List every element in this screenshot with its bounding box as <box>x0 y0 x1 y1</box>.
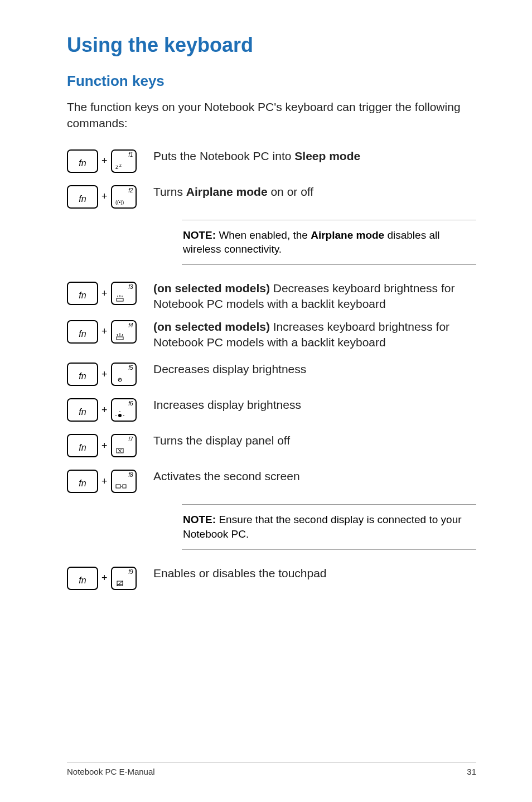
key-f5-label: f5 <box>128 365 133 371</box>
row-f9: fn + f9 Enables or disables the touchpad <box>67 566 476 590</box>
brightness-down-icon <box>115 375 124 383</box>
desc-f3: (on selected models) Decreases keyboard … <box>153 281 476 312</box>
desc-f4: (on selected models) Increases keyboard … <box>153 319 476 351</box>
desc-f6: Increases display brightness <box>153 397 476 413</box>
desc-f2: Turns Airplane mode on or off <box>153 184 476 200</box>
svg-text:z: z <box>115 163 119 170</box>
desc-f1-pre: Puts the Notebook PC into <box>153 149 294 162</box>
key-fn: fn <box>67 320 98 344</box>
key-f5: f5 <box>111 363 137 386</box>
brightness-up-icon <box>115 411 124 419</box>
keycombo-f2: fn + f2 ((•)) <box>67 184 153 209</box>
row-f7: fn + f7 Turns the display panel off <box>67 433 476 457</box>
keycombo-f7: fn + f7 <box>67 433 153 457</box>
row-f8: fn + f8 Activates the second screen <box>67 468 476 493</box>
svg-rect-7 <box>117 337 123 340</box>
note-second-screen: NOTE: Ensure that the second display is … <box>182 504 476 549</box>
keycombo-f1: fn + f1 zz <box>67 148 153 173</box>
keycombo-f3: fn + f3 <box>67 281 153 305</box>
key-f8: f8 <box>111 470 137 493</box>
svg-rect-3 <box>117 298 123 301</box>
intro-text: The function keys on your Notebook PC's … <box>67 99 476 132</box>
plus-icon: + <box>100 476 109 487</box>
svg-rect-23 <box>123 485 126 488</box>
desc-f9: Enables or disables the touchpad <box>153 566 476 581</box>
plus-icon: + <box>100 191 109 202</box>
key-f7-label: f7 <box>128 436 133 442</box>
key-fn: fn <box>67 363 98 386</box>
key-f2: f2 ((•)) <box>111 185 137 209</box>
key-fn: fn <box>67 149 98 173</box>
footer-page-number: 31 <box>467 767 476 776</box>
key-fn: fn <box>67 434 98 457</box>
key-fn: fn <box>67 282 98 305</box>
plus-icon: + <box>100 326 109 337</box>
plus-icon: + <box>100 404 109 416</box>
note-airplane: NOTE: When enabled, the Airplane mode di… <box>182 220 476 265</box>
page-footer: Notebook PC E-Manual 31 <box>67 762 476 776</box>
key-f6-label: f6 <box>128 400 133 407</box>
key-f1: f1 zz <box>111 149 137 173</box>
key-f9-label: f9 <box>128 569 133 575</box>
key-fn: fn <box>67 185 98 209</box>
key-fn: fn <box>67 567 98 590</box>
svg-point-13 <box>118 414 122 417</box>
plus-icon: + <box>100 155 109 167</box>
svg-line-8 <box>117 334 118 336</box>
row-f4: fn + f4 (on selected models) Increases k… <box>67 319 476 351</box>
row-f6: fn + f6 Increases display brightness <box>67 397 476 422</box>
sleep-icon: zz <box>115 162 124 170</box>
plus-icon: + <box>100 440 109 452</box>
second-screen-icon <box>115 482 127 490</box>
footer-left: Notebook PC E-Manual <box>67 767 155 776</box>
key-f2-label: f2 <box>128 187 133 194</box>
key-f6: f6 <box>111 398 137 422</box>
note2-post: Ensure that the second display is connec… <box>183 514 462 540</box>
keycombo-f8: fn + f8 <box>67 468 153 493</box>
svg-line-10 <box>122 334 123 336</box>
key-f1-label: f1 <box>128 152 133 158</box>
key-f3-label: f3 <box>128 284 133 290</box>
key-fn: fn <box>67 470 98 493</box>
svg-text:z: z <box>119 163 122 168</box>
svg-text:((•)): ((•)) <box>115 200 124 205</box>
desc-f8: Activates the second screen <box>153 468 476 484</box>
desc-f2-post: on or off <box>268 185 314 198</box>
key-f4: f4 <box>111 320 137 344</box>
key-f8-label: f8 <box>128 472 133 478</box>
keycombo-f4: fn + f4 <box>67 319 153 344</box>
keycombo-f6: fn + f6 <box>67 397 153 422</box>
display-off-icon <box>115 447 124 455</box>
keyboard-bright-icon <box>115 333 125 341</box>
svg-point-12 <box>119 379 120 380</box>
desc-f3-bold: (on selected models) <box>153 282 270 294</box>
keycombo-f5: fn + f5 <box>67 361 153 386</box>
plus-icon: + <box>100 288 109 299</box>
touchpad-icon <box>115 579 124 587</box>
key-fn: fn <box>67 398 98 422</box>
plus-icon: + <box>100 369 109 380</box>
page-title: Using the keyboard <box>67 33 476 57</box>
key-f7: f7 <box>111 434 137 457</box>
desc-f5: Decreases display brightness <box>153 361 476 377</box>
desc-f4-bold: (on selected models) <box>153 320 270 333</box>
desc-f7: Turns the display panel off <box>153 433 476 448</box>
row-f2: fn + f2 ((•)) Turns Airplane mode on or … <box>67 184 476 209</box>
desc-f1-bold: Sleep mode <box>294 149 360 162</box>
note2-bold: NOTE: <box>183 514 216 525</box>
keycombo-f9: fn + f9 <box>67 566 153 590</box>
key-f3: f3 <box>111 282 137 305</box>
desc-f1: Puts the Notebook PC into Sleep mode <box>153 148 476 164</box>
keyboard-dim-icon <box>115 294 125 302</box>
key-f4-label: f4 <box>128 322 133 328</box>
svg-rect-21 <box>116 485 120 488</box>
note1-bold2: Airplane mode <box>311 229 384 241</box>
key-f9: f9 <box>111 567 137 590</box>
row-f3: fn + f3 (on selected models) Decreases k… <box>67 281 476 312</box>
desc-f2-pre: Turns <box>153 185 186 198</box>
section-heading: Function keys <box>67 73 476 90</box>
row-f5: fn + f5 Decreases display brightness <box>67 361 476 386</box>
airplane-icon: ((•)) <box>115 198 125 206</box>
plus-icon: + <box>100 572 109 584</box>
note1-bold1: NOTE: <box>183 229 216 241</box>
